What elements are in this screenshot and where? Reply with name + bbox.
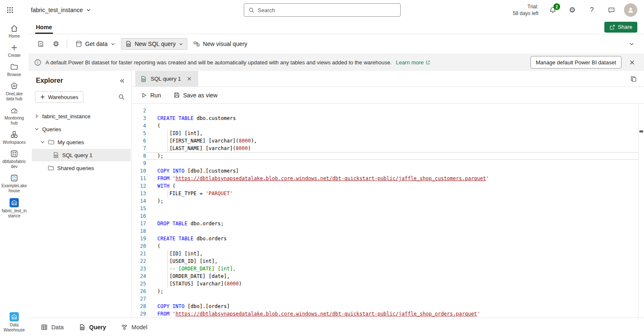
feedback-button[interactable]: [604, 3, 619, 17]
tab-model[interactable]: Model: [121, 324, 147, 331]
explorer-search-button[interactable]: [118, 94, 125, 100]
person-icon: [627, 6, 634, 14]
line-number: 11: [132, 175, 146, 182]
chevron-down-icon: [111, 42, 115, 46]
code-line[interactable]: 7 [LAST_NAME] [varchar](8000): [132, 145, 638, 152]
collapse-explorer-button[interactable]: [119, 78, 125, 84]
code-line[interactable]: 24 [ORDER_DATE] [date],: [132, 272, 638, 280]
chevron-down-icon[interactable]: [34, 127, 39, 132]
sidebar-item-create[interactable]: Create: [0, 43, 28, 58]
sidebar-item-fabric-test-instance[interactable]: fabric_test_instance: [0, 198, 28, 219]
tree-item-my-queries[interactable]: My queries: [32, 136, 131, 148]
code-line[interactable]: 28COPY INTO [dbo].[orders]: [132, 303, 638, 310]
data-warehouse-icon: [10, 312, 19, 321]
settings-button[interactable]: ⚙: [565, 3, 579, 17]
app-launcher-button[interactable]: [0, 0, 20, 20]
editor-overview-ruler[interactable]: [638, 104, 644, 318]
code-text: (: [146, 242, 638, 250]
scroll-marker[interactable]: [639, 130, 643, 132]
code-line[interactable]: 19CREATE TABLE dbo.orders: [132, 235, 638, 242]
search-input[interactable]: [258, 7, 396, 13]
code-line[interactable]: 12WITH (: [132, 182, 638, 190]
notifications-button[interactable]: 2: [546, 3, 560, 17]
help-button[interactable]: ?: [585, 3, 599, 17]
code-line[interactable]: 3CREATE TABLE dbo.customers: [132, 115, 638, 122]
sidebar-item-label: Home: [9, 34, 20, 39]
lakehouse-icon: [10, 174, 18, 182]
save-as-view-button[interactable]: Save as view: [174, 92, 217, 99]
code-line[interactable]: 9: [132, 160, 638, 167]
sidebar-item-browse[interactable]: Browse: [0, 63, 28, 77]
indent-guide: [167, 272, 168, 280]
code-line[interactable]: 8);: [132, 152, 638, 160]
code-line[interactable]: 11FROM 'https://dbtlabsynapsedatalake.bl…: [132, 175, 638, 182]
sidebar-item-examplelakehouse[interactable]: ExampleLakehouse: [0, 174, 28, 193]
share-button[interactable]: Share: [604, 22, 637, 33]
code-line[interactable]: 29FROM 'https://dbtlabsynapsedatalake.bl…: [132, 310, 638, 318]
code-line[interactable]: 13 FILE_TYPE = 'PARQUET': [132, 190, 638, 197]
line-number: 12: [132, 182, 146, 190]
sql-query-icon: [53, 152, 59, 158]
code-line[interactable]: 10COPY INTO [dbo].[customers]: [132, 167, 638, 175]
sidebar-item-monitoring-hub[interactable]: Monitoring hub: [0, 106, 28, 126]
code-line[interactable]: 22 [USER_ID] [int],: [132, 257, 638, 265]
refresh-button[interactable]: [34, 38, 48, 50]
code-line[interactable]: 21 [ID] [int],: [132, 250, 638, 257]
tree-item-fabric-test-instance[interactable]: fabric_test_instance: [32, 110, 131, 122]
sidebar-item-onelake-data-hub[interactable]: OneLake data hub: [0, 82, 28, 102]
code-line[interactable]: 16: [132, 212, 638, 220]
code-lines[interactable]: 23CREATE TABLE dbo.customers4(5 [ID] [in…: [132, 104, 638, 318]
tab-sql-query-1[interactable]: SQL query 1: [135, 71, 198, 87]
new-sql-query-button[interactable]: New SQL query: [121, 38, 187, 50]
line-number: 5: [132, 130, 146, 137]
copy-button[interactable]: [627, 73, 640, 85]
code-line[interactable]: 26);: [132, 288, 638, 295]
tree-item-shared-queries[interactable]: Shared queries: [32, 162, 131, 174]
code-line[interactable]: 2: [132, 107, 638, 115]
sidebar-item-label: Create: [8, 53, 20, 58]
sidebar-item-label: Browse: [7, 72, 21, 77]
workspace-switcher[interactable]: fabric_test_instance: [31, 7, 91, 13]
sidebar-item-dbtlabsfabricdev[interactable]: dbtlabsfabricdev: [0, 150, 28, 169]
code-line[interactable]: 18: [132, 227, 638, 235]
tree-item-queries[interactable]: Queries: [32, 123, 131, 135]
chevron-down-icon[interactable]: [40, 140, 45, 145]
code-line[interactable]: 4(: [132, 122, 638, 130]
code-line[interactable]: 17DROP TABLE dbo.orders;: [132, 220, 638, 227]
settings-button-toolbar[interactable]: ⚙: [49, 38, 63, 50]
onelake-icon: [10, 82, 18, 90]
code-line[interactable]: 14);: [132, 197, 638, 205]
tree-item-sql-query-1[interactable]: SQL query 1: [32, 149, 131, 161]
learn-more-link[interactable]: Learn more: [396, 59, 431, 66]
line-number: 26: [132, 288, 146, 295]
code-line[interactable]: 25 [STATUS] [varchar](8000): [132, 280, 638, 288]
code-line[interactable]: 5 [ID] [int],: [132, 130, 638, 137]
code-line[interactable]: 15: [132, 205, 638, 212]
code-line[interactable]: 23 -- [ORDER_DATE] [int],: [132, 265, 638, 272]
run-button[interactable]: Run: [141, 92, 161, 99]
code-line[interactable]: 6 [FIRST_NAME] [varchar](8000),: [132, 137, 638, 145]
code-line[interactable]: 20(: [132, 242, 638, 250]
banner-close-button[interactable]: [626, 56, 638, 69]
get-data-button[interactable]: Get data: [71, 38, 119, 50]
tab-data[interactable]: Data: [41, 324, 64, 331]
share-icon: [609, 24, 615, 30]
tab-home[interactable]: Home: [35, 20, 53, 34]
avatar[interactable]: [624, 3, 637, 17]
tab-close-button[interactable]: [185, 74, 194, 84]
code-line[interactable]: 27: [132, 295, 638, 303]
new-visual-query-button[interactable]: New visual query: [189, 38, 252, 50]
add-warehouses-button[interactable]: Warehouses: [35, 91, 83, 103]
sidebar-item-home[interactable]: Home: [0, 24, 28, 39]
search-box: [244, 3, 401, 17]
sql-editor[interactable]: 23CREATE TABLE dbo.customers4(5 [ID] [in…: [132, 104, 644, 318]
ribbon-collapse-button[interactable]: [625, 38, 638, 50]
line-number: 14: [132, 197, 146, 205]
sidebar-item-workspaces[interactable]: Workspaces: [0, 130, 28, 145]
tab-query[interactable]: Query: [79, 324, 106, 331]
chevron-right-icon[interactable]: [34, 114, 39, 119]
query-icon: [79, 324, 86, 331]
manage-default-dataset-button[interactable]: Manage default Power BI dataset: [530, 56, 621, 69]
sidebar-item-data-warehouse[interactable]: Data Warehouse: [0, 312, 28, 333]
code-text: DROP TABLE dbo.orders;: [146, 220, 638, 227]
